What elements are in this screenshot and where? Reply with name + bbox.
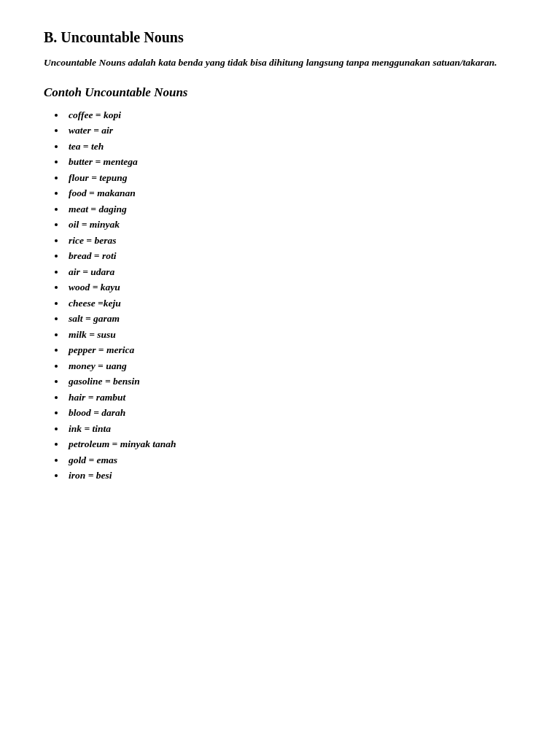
- list-item: food = makanan: [66, 188, 516, 198]
- list-item: ink = tinta: [66, 424, 516, 434]
- list-item: butter = mentega: [66, 157, 516, 167]
- list-item: flour = tepung: [66, 173, 516, 183]
- list-item: hair = rambut: [66, 392, 516, 403]
- list-item: milk = susu: [66, 330, 516, 340]
- list-item: cheese =keju: [66, 298, 516, 309]
- subtitle: Contoh Uncountable Nouns: [44, 85, 516, 100]
- list-item: gasoline = bensin: [66, 376, 516, 387]
- list-item: meat = daging: [66, 204, 516, 214]
- list-item: iron = besi: [66, 471, 516, 481]
- description-text: Uncountable Nouns adalah kata benda yang…: [44, 55, 516, 71]
- list-item: pepper = merica: [66, 345, 516, 355]
- list-item: petroleum = minyak tanah: [66, 439, 516, 449]
- list-item: coffee = kopi: [66, 110, 516, 120]
- page-title: B. Uncountable Nouns: [44, 29, 516, 46]
- list-item: air = udara: [66, 267, 516, 277]
- list-item: gold = emas: [66, 455, 516, 465]
- list-item: rice = beras: [66, 236, 516, 246]
- list-item: salt = garam: [66, 314, 516, 324]
- list-item: money = uang: [66, 361, 516, 371]
- noun-list: coffee = kopiwater = airtea = tehbutter …: [44, 110, 516, 481]
- list-item: blood = darah: [66, 408, 516, 418]
- list-item: wood = kayu: [66, 282, 516, 293]
- list-item: bread = roti: [66, 251, 516, 261]
- list-item: tea = teh: [66, 142, 516, 152]
- list-item: oil = minyak: [66, 220, 516, 230]
- list-item: water = air: [66, 125, 516, 136]
